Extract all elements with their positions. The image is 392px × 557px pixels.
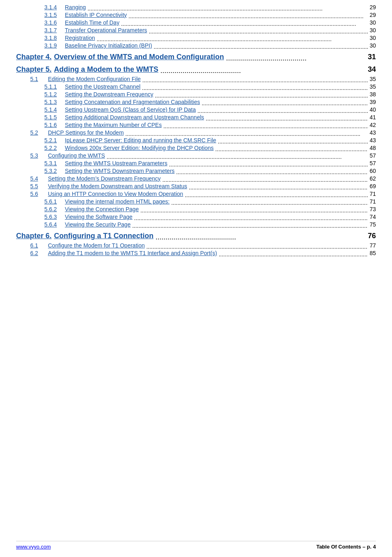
entry-page-3.1.9: 30 — [369, 42, 376, 49]
entry-num-5.3.1[interactable]: 5.3.1 — [44, 160, 62, 166]
entry-title-5.1.3[interactable]: Setting Concatenation and Fragmentation … — [65, 99, 200, 105]
entry-title-6.2[interactable]: Adding the T1 modem to the WMTS T1 Inter… — [48, 250, 217, 256]
entry-num-5.6.3[interactable]: 5.6.3 — [44, 214, 62, 220]
entry-num-3.1.8[interactable]: 3.1.8 — [44, 35, 62, 41]
entry-num-3.1.6[interactable]: 3.1.6 — [44, 19, 62, 26]
entry-title-3.1.5[interactable]: Establish IP Connectivity — [65, 12, 127, 18]
toc-row-3.1.8: 3.1.8Registration ......................… — [16, 35, 376, 41]
entry-page-5.3.2: 60 — [369, 168, 376, 174]
entry-title-3.1.6[interactable]: Establish Time of Day — [65, 19, 119, 26]
entry-num-5.2.2[interactable]: 5.2.2 — [44, 145, 62, 151]
entry-page-5.6.2: 73 — [369, 206, 376, 212]
entry-title-5.3.2[interactable]: Setting the WMTS Downstream Parameters — [65, 168, 174, 174]
entry-title-5.6[interactable]: Using an HTTP Connection to View Modem O… — [48, 191, 183, 197]
toc-row-5.1: 5.1Editing the Modem Configuration File … — [16, 76, 376, 82]
entry-num-6.2[interactable]: 6.2 — [30, 250, 46, 256]
entry-num-5.2[interactable]: 5.2 — [30, 129, 46, 136]
entry-num-3.1.5[interactable]: 3.1.5 — [44, 12, 62, 18]
entry-num-5.1.4[interactable]: 5.1.4 — [44, 106, 62, 113]
entry-title-5.1.6[interactable]: Setting the Maximum Number of CPEs — [65, 122, 162, 128]
chapter-page-ch5: 34 — [368, 65, 376, 74]
entry-title-5.5[interactable]: Verifying the Modem Downstream and Upstr… — [48, 183, 187, 189]
entry-num-3.1.9[interactable]: 3.1.9 — [44, 42, 62, 49]
entry-num-5.2.1[interactable]: 5.2.1 — [44, 137, 62, 143]
entry-title-5.1.5[interactable]: Setting Additional Downstream and Upstre… — [65, 114, 204, 121]
entry-title-5.6.1[interactable]: Viewing the internal modem HTML pages: — [65, 198, 170, 205]
chapter-title-ch5[interactable]: Adding a Modem to the WMTS — [54, 65, 158, 74]
entry-title-3.1.4[interactable]: Ranging — [65, 4, 86, 10]
entry-title-5.4[interactable]: Setting the Modem’s Downstream Frequency — [48, 175, 161, 182]
entry-num-5.3.2[interactable]: 5.3.2 — [44, 168, 62, 174]
entry-dots-3.1.4: ........................................… — [87, 5, 368, 12]
entry-dots-5.1.4: ........................................… — [197, 108, 368, 114]
entry-dots-5.6.4: ........................................… — [132, 222, 368, 229]
entry-page-5.6.3: 74 — [369, 214, 376, 220]
entry-title-5.3.1[interactable]: Setting the WMTS Upstream Parameters — [65, 160, 167, 166]
entry-dots-5.3: ........................................… — [107, 154, 368, 160]
entry-title-5.6.3[interactable]: Viewing the Software Page — [65, 214, 133, 220]
entry-dots-5.1: ........................................… — [142, 77, 368, 83]
entry-num-5.6.2[interactable]: 5.6.2 — [44, 206, 62, 212]
entry-title-5.3[interactable]: Configuring the WMTS — [48, 152, 105, 159]
entry-num-5.1.5[interactable]: 5.1.5 — [44, 114, 62, 121]
entry-page-3.1.8: 30 — [369, 35, 376, 41]
chapter-page-ch6: 76 — [368, 232, 376, 240]
chapter-num-ch5[interactable]: Chapter 5. — [16, 65, 52, 74]
entry-num-3.1.7[interactable]: 3.1.7 — [44, 27, 62, 33]
entry-title-5.2.1[interactable]: IpLease DHCP Server: Editing and running… — [65, 137, 216, 143]
toc-row-5.6.1: 5.6.1Viewing the internal modem HTML pag… — [16, 198, 376, 205]
entry-num-5.1.6[interactable]: 5.1.6 — [44, 122, 62, 128]
entry-page-5.1.1: 35 — [369, 83, 376, 90]
chapter-title-ch6[interactable]: Configuring a T1 Connection — [54, 232, 153, 240]
entry-num-5.6.4[interactable]: 5.6.4 — [44, 221, 62, 228]
toc-row-3.1.7: 3.1.7Transfer Operational Parameters ...… — [16, 27, 376, 33]
entry-title-5.1[interactable]: Editing the Modem Configuration File — [48, 76, 141, 82]
entry-title-3.1.9[interactable]: Baseline Privacy Initialization (BPI) — [65, 42, 152, 49]
toc-row-5.1.4: 5.1.4Setting Upstream QoS (Class of Serv… — [16, 106, 376, 113]
footer-page-info: Table Of Contents – p. 4 — [316, 544, 376, 550]
entry-title-5.2.2[interactable]: Windows 200x Server Edition: Modifying t… — [65, 145, 214, 151]
entry-num-5.6[interactable]: 5.6 — [30, 191, 46, 197]
entry-dots-5.4: ........................................… — [162, 177, 368, 183]
entry-page-5.6.1: 71 — [369, 198, 376, 205]
entry-title-5.1.2[interactable]: Setting the Downstream Frequency — [65, 91, 153, 98]
entry-page-5.4: 62 — [369, 175, 376, 182]
entry-num-5.3[interactable]: 5.3 — [30, 152, 46, 159]
entry-title-5.6.2[interactable]: Viewing the Connection Page — [65, 206, 139, 212]
entry-dots-3.1.7: ........................................… — [149, 28, 368, 35]
toc-row-5.4: 5.4Setting the Modem’s Downstream Freque… — [16, 175, 376, 182]
toc-row-3.1.9: 3.1.9Baseline Privacy Initialization (BP… — [16, 42, 376, 49]
entry-page-5.6.4: 75 — [369, 221, 376, 228]
chapter-num-ch6[interactable]: Chapter 6. — [16, 232, 52, 240]
entry-title-3.1.7[interactable]: Transfer Operational Parameters — [65, 27, 147, 33]
entry-num-5.1.2[interactable]: 5.1.2 — [44, 91, 62, 98]
entry-page-5.2: 43 — [369, 129, 376, 136]
toc-row-5.2.1: 5.2.1IpLease DHCP Server: Editing and ru… — [16, 137, 376, 143]
entry-title-3.1.8[interactable]: Registration — [65, 35, 95, 41]
entry-title-5.1.1[interactable]: Setting the Upstream Channel — [65, 83, 141, 90]
entry-page-5.1.5: 41 — [369, 114, 376, 121]
entry-dots-5.6.2: ........................................… — [140, 207, 368, 214]
entry-num-5.1.3[interactable]: 5.1.3 — [44, 99, 62, 105]
entry-title-5.1.4[interactable]: Setting Upstream QoS (Class of Service) … — [65, 106, 196, 113]
footer: www.vyyo.com Table Of Contents – p. 4 — [16, 541, 376, 550]
chapter-num-ch4[interactable]: Chapter 4. — [16, 53, 52, 61]
entry-title-6.1[interactable]: Configure the Modem for T1 Operation — [48, 242, 145, 249]
entry-title-5.6.4[interactable]: Viewing the Security Page — [65, 221, 131, 228]
entry-num-5.1.1[interactable]: 5.1.1 — [44, 83, 62, 90]
footer-website-link[interactable]: www.vyyo.com — [16, 544, 51, 550]
entry-page-5.1: 35 — [369, 76, 376, 82]
entry-num-5.4[interactable]: 5.4 — [30, 175, 46, 182]
entry-num-5.1[interactable]: 5.1 — [30, 76, 46, 82]
entry-num-3.1.4[interactable]: 3.1.4 — [44, 4, 62, 10]
entry-dots-6.2: ........................................… — [219, 251, 368, 258]
toc-row-5.1.1: 5.1.1Setting the Upstream Channel ......… — [16, 83, 376, 90]
entry-num-6.1[interactable]: 6.1 — [30, 242, 46, 249]
entry-dots-3.1.5: ........................................… — [129, 13, 368, 19]
toc-row-5.3.1: 5.3.1Setting the WMTS Upstream Parameter… — [16, 160, 376, 166]
chapter-title-ch4[interactable]: Overview of the WMTS and Modem Configura… — [54, 53, 224, 61]
entry-title-5.2[interactable]: DHCP Settings for the Modem — [48, 129, 124, 136]
entry-num-5.5[interactable]: 5.5 — [30, 183, 46, 189]
chapter-dots-ch6: ........................................ — [156, 233, 366, 241]
entry-num-5.6.1[interactable]: 5.6.1 — [44, 198, 62, 205]
